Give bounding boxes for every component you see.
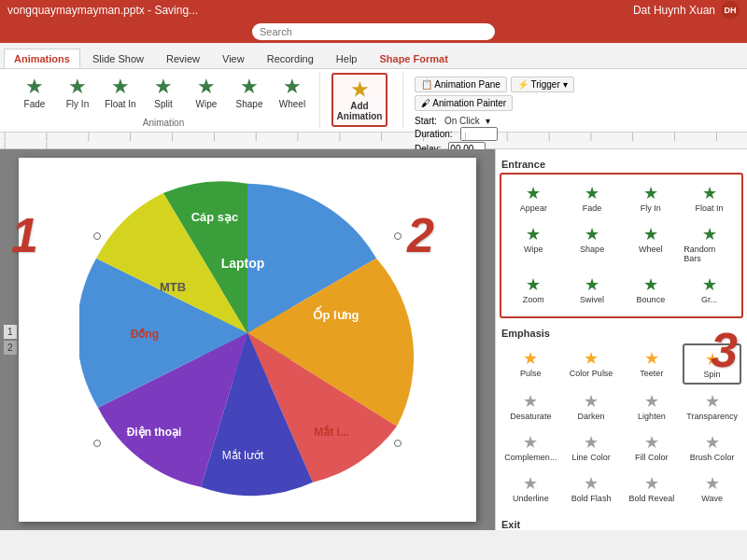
searchbar xyxy=(0,21,747,43)
desaturate-icon: ★ xyxy=(523,391,538,412)
ribbon-btn-shape[interactable]: ★ Shape xyxy=(230,73,269,111)
anim-colorpulse[interactable]: ★ Color Pulse xyxy=(562,343,621,385)
anim-boldreveal[interactable]: ★ Bold Reveal xyxy=(623,469,682,508)
filename-label: vongquaymaymayman.pptx - Saving... xyxy=(7,4,198,17)
emphasis-section: ★ Pulse ★ Color Pulse ★ Teeter ★ Spin ★ xyxy=(500,342,743,513)
capsac-label: Cáp sạc xyxy=(191,210,239,224)
slide-number-1[interactable]: 1 xyxy=(4,325,17,339)
emphasis-section-title: Emphasis xyxy=(500,322,743,342)
slide-number-2[interactable]: 2 xyxy=(4,341,17,355)
oplungbg-label: Ốp lưng xyxy=(313,305,359,322)
anim-flyin[interactable]: ★ Fly In xyxy=(623,178,680,217)
anim-brushcolor[interactable]: ★ Brush Color xyxy=(683,427,741,467)
user-area: Dat Huynh Xuan DH xyxy=(633,1,740,20)
tab-animations[interactable]: Animations xyxy=(4,49,80,68)
tab-help[interactable]: Help xyxy=(326,49,368,68)
horizontal-ruler: | | | | | | | | | | | | | | | | | | | | xyxy=(0,133,747,149)
matluot-label: Mắt lướt xyxy=(222,449,264,462)
darken-icon: ★ xyxy=(584,391,599,412)
anim-fade[interactable]: ★ Fade xyxy=(564,178,621,217)
trigger-button[interactable]: ⚡ Trigger ▾ xyxy=(511,77,574,92)
ribbon-btn-flyin[interactable]: ★ Fly In xyxy=(58,73,97,111)
underline-icon: ★ xyxy=(523,473,538,494)
fade-anim-icon: ★ xyxy=(585,183,599,203)
anim-floatin[interactable]: ★ Float In xyxy=(681,178,738,217)
animation-painter-button[interactable]: 🖌 Animation Painter xyxy=(415,95,513,111)
titlebar: vongquaymaymayman.pptx - Saving... Dat H… xyxy=(0,0,747,21)
spin-icon: ★ xyxy=(705,349,720,370)
brushcolor-icon: ★ xyxy=(705,432,720,453)
anim-zoom[interactable]: ★ Zoom xyxy=(505,270,562,309)
ribbon: ★ Fade ★ Fly In ★ Float In ★ Split ★ Wip… xyxy=(0,69,747,133)
anim-wave[interactable]: ★ Wave xyxy=(683,469,741,508)
main-area: 1 2 1 2 xyxy=(0,149,747,530)
anim-teeter[interactable]: ★ Teeter xyxy=(623,343,682,385)
anim-bounce[interactable]: ★ Bounce xyxy=(623,270,680,309)
pulse-icon: ★ xyxy=(523,348,538,369)
tab-view[interactable]: View xyxy=(212,49,255,68)
animation-pane-button[interactable]: 📋 Animation Pane xyxy=(415,77,507,92)
slide-panel: 1 2 xyxy=(4,325,17,355)
colorpulse-icon: ★ xyxy=(584,348,599,369)
tab-recording[interactable]: Recording xyxy=(257,49,324,68)
ribbon-btn-split[interactable]: ★ Split xyxy=(144,73,183,111)
wheel-icon: ★ xyxy=(283,75,302,99)
ribbon-add-animation-group: ★ AddAnimation xyxy=(324,73,403,128)
laptop-label: Laptop xyxy=(221,256,265,271)
transparency-icon: ★ xyxy=(705,391,720,412)
wheel-anim-icon: ★ xyxy=(643,224,658,245)
tab-review[interactable]: Review xyxy=(156,49,210,68)
wipe-icon: ★ xyxy=(197,75,216,99)
anim-spin[interactable]: ★ Spin xyxy=(683,343,741,385)
split-icon: ★ xyxy=(154,75,173,99)
slide-canvas: Laptop Ốp lưng Mắt l... Mắt lướt Điện th… xyxy=(19,158,476,522)
ribbon-btn-fade[interactable]: ★ Fade xyxy=(15,73,54,111)
boldflash-icon: ★ xyxy=(584,473,599,494)
add-animation-icon: ★ xyxy=(351,78,368,101)
appear-icon: ★ xyxy=(526,183,541,203)
ribbon-btn-wipe[interactable]: ★ Wipe xyxy=(187,73,226,111)
start-control: Start: On Click ▾ xyxy=(415,116,574,126)
tab-slideshow[interactable]: Slide Show xyxy=(82,49,154,68)
ribbon-animation-buttons: ★ Fade ★ Fly In ★ Float In ★ Split ★ Wip… xyxy=(15,73,312,111)
tab-shape-format[interactable]: Shape Format xyxy=(369,49,458,68)
dienthoai-label: Điện thoại xyxy=(127,426,182,439)
anim-appear[interactable]: ★ Appear xyxy=(505,178,562,217)
flyin-icon: ★ xyxy=(68,75,87,99)
linecolor-icon: ★ xyxy=(584,432,599,453)
entrance-box: ★ Appear ★ Fade ★ Fly In ★ Float In ★ xyxy=(500,173,743,318)
anim-fillcolor[interactable]: ★ Fill Color xyxy=(623,427,682,467)
ribbon-anim-controls-group: 📋 Animation Pane ⚡ Trigger ▾ 🖌 Animation… xyxy=(407,73,740,128)
anim-randombars[interactable]: ★ Random Bars xyxy=(681,219,738,268)
anim-swivel[interactable]: ★ Swivel xyxy=(564,270,621,309)
ribbon-animation-group: ★ Fade ★ Fly In ★ Float In ★ Split ★ Wip… xyxy=(7,73,320,128)
anim-transparency[interactable]: ★ Transparency xyxy=(683,386,741,426)
add-animation-button[interactable]: ★ AddAnimation xyxy=(331,73,388,127)
start-label: Start: xyxy=(415,116,437,126)
emphasis-grid: ★ Pulse ★ Color Pulse ★ Teeter ★ Spin ★ xyxy=(501,343,741,508)
ribbon-btn-floatin[interactable]: ★ Float In xyxy=(101,73,140,111)
wave-icon: ★ xyxy=(705,473,720,494)
anim-shape[interactable]: ★ Shape xyxy=(564,219,621,268)
anim-pulse[interactable]: ★ Pulse xyxy=(501,343,560,385)
anim-gr[interactable]: ★ Gr... xyxy=(681,270,738,309)
fade-icon: ★ xyxy=(25,75,44,99)
boldreveal-icon: ★ xyxy=(644,473,659,494)
anim-wheel[interactable]: ★ Wheel xyxy=(623,219,680,268)
bounce-icon: ★ xyxy=(643,274,658,295)
avatar: DH xyxy=(721,1,740,20)
anim-lighten[interactable]: ★ Lighten xyxy=(623,386,682,426)
anim-wipe[interactable]: ★ Wipe xyxy=(505,219,562,268)
anim-underline[interactable]: ★ Underline xyxy=(501,469,560,508)
ribbon-group-animation-label: Animation xyxy=(143,116,184,128)
anim-boldflash[interactable]: ★ Bold Flash xyxy=(562,469,621,508)
ribbon-btn-wheel[interactable]: ★ Wheel xyxy=(273,73,312,111)
anim-darken[interactable]: ★ Darken xyxy=(562,386,621,426)
dong-label: Đồng xyxy=(131,328,159,341)
anim-complement[interactable]: ★ Complemen... xyxy=(501,427,560,467)
anim-linecolor[interactable]: ★ Line Color xyxy=(562,427,621,467)
floatin-icon: ★ xyxy=(111,75,130,99)
lighten-icon: ★ xyxy=(644,391,659,412)
search-input[interactable] xyxy=(252,23,495,40)
anim-desaturate[interactable]: ★ Desaturate xyxy=(501,386,560,426)
